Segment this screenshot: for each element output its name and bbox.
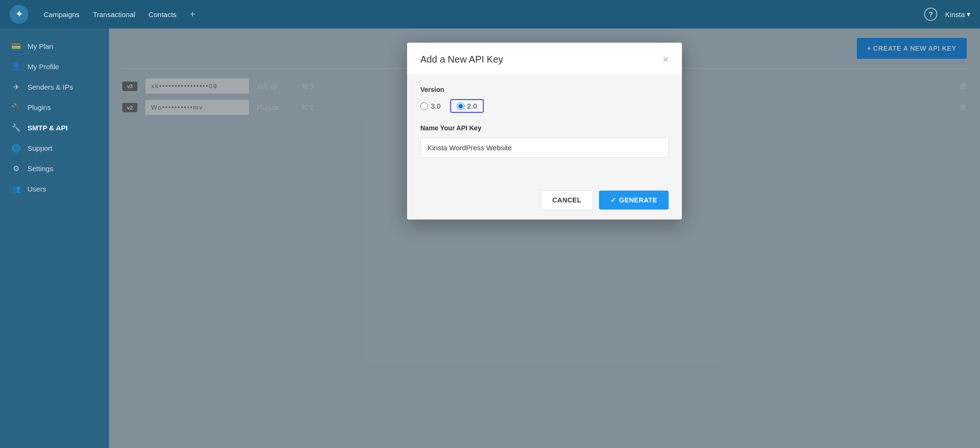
sidebar-label-senders-ips: Senders & IPs: [27, 83, 73, 91]
plugin-icon: 🔌: [11, 103, 21, 112]
user-icon: 👤: [11, 62, 21, 71]
sidebar-item-plugins[interactable]: 🔌 Plugins: [0, 97, 109, 118]
add-api-key-modal: Add a New API Key × Version 3.0: [407, 43, 682, 219]
version-3-radio[interactable]: [420, 102, 428, 110]
nav-transactional[interactable]: Transactional: [93, 10, 136, 18]
modal-overlay: Add a New API Key × Version 3.0: [109, 28, 980, 448]
nav-contacts[interactable]: Contacts: [148, 10, 176, 18]
modal-footer: CANCEL ✓ GENERATE: [407, 181, 682, 219]
top-navigation: ✦ Campaigns Transactional Contacts + ? K…: [0, 0, 980, 28]
user-label: Kinsta: [945, 10, 965, 18]
sidebar-item-smtp-api[interactable]: 🔧 SMTP & API: [0, 118, 109, 138]
main-layout: 💳 My Plan 👤 My Profile ✈ Senders & IPs 🔌…: [0, 28, 980, 448]
modal-body: Version 3.0 2.0: [407, 74, 682, 181]
credit-card-icon: 💳: [11, 42, 21, 51]
sidebar-label-my-profile: My Profile: [27, 63, 59, 71]
sidebar-item-settings[interactable]: ⚙ Settings: [0, 158, 109, 179]
sidebar-item-senders-ips[interactable]: ✈ Senders & IPs: [0, 77, 109, 97]
lifebuoy-icon: 🌐: [11, 144, 21, 153]
version-label: Version: [420, 86, 669, 93]
sidebar-item-my-profile[interactable]: 👤 My Profile: [0, 56, 109, 77]
sidebar-item-users[interactable]: 👥 Users: [0, 179, 109, 199]
generate-button[interactable]: ✓ GENERATE: [599, 191, 669, 210]
nav-links: Campaigns Transactional Contacts +: [44, 9, 909, 20]
send-icon: ✈: [11, 82, 21, 91]
version-radio-group: 3.0 2.0: [420, 99, 669, 113]
api-key-name-input[interactable]: [420, 137, 669, 158]
nav-right: ? Kinsta ▾: [924, 8, 971, 21]
sidebar-item-support[interactable]: 🌐 Support: [0, 138, 109, 158]
version-3-option[interactable]: 3.0: [420, 102, 441, 110]
sidebar-label-settings: Settings: [27, 165, 53, 173]
sidebar-label-plugins: Plugins: [27, 103, 51, 111]
app-logo[interactable]: ✦: [9, 5, 28, 24]
gear-icon: ⚙: [11, 164, 21, 173]
users-icon: 👥: [11, 184, 21, 193]
sidebar-label-smtp-api: SMTP & API: [27, 124, 68, 132]
nav-campaigns[interactable]: Campaigns: [44, 10, 80, 18]
checkmark-icon: ✓: [610, 196, 617, 204]
sidebar-label-users: Users: [27, 185, 46, 193]
cancel-button[interactable]: CANCEL: [540, 190, 593, 210]
sidebar-label-support: Support: [27, 144, 53, 152]
sidebar: 💳 My Plan 👤 My Profile ✈ Senders & IPs 🔌…: [0, 28, 109, 448]
modal-header: Add a New API Key ×: [407, 43, 682, 74]
version-2-label: 2.0: [467, 102, 477, 110]
wrench-icon: 🔧: [11, 123, 21, 132]
version-2-option[interactable]: 2.0: [450, 99, 484, 113]
nav-add-icon[interactable]: +: [190, 9, 196, 20]
sidebar-label-my-plan: My Plan: [27, 42, 53, 50]
user-menu[interactable]: Kinsta ▾: [945, 10, 971, 18]
version-2-radio[interactable]: [457, 102, 464, 110]
version-3-label: 3.0: [431, 102, 441, 110]
sidebar-item-my-plan[interactable]: 💳 My Plan: [0, 36, 109, 56]
version-field-group: Version 3.0 2.0: [420, 86, 669, 113]
help-button[interactable]: ?: [924, 8, 937, 21]
api-key-name-group: Name Your API Key: [420, 124, 669, 158]
modal-title: Add a New API Key: [420, 54, 503, 65]
modal-close-button[interactable]: ×: [662, 55, 669, 65]
api-key-name-label: Name Your API Key: [420, 124, 669, 132]
generate-label: GENERATE: [619, 196, 657, 204]
main-content: + CREATE A NEW API KEY v3 xk••••••••••••…: [109, 28, 980, 448]
chevron-down-icon: ▾: [967, 10, 971, 18]
